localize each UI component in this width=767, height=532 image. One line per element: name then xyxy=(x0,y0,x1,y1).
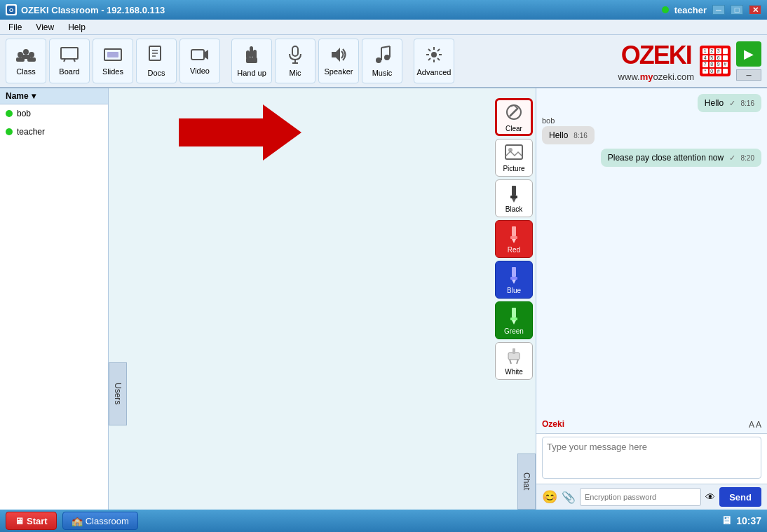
toolbar-docs[interactable]: Docs xyxy=(136,39,177,83)
slides-icon xyxy=(103,46,123,66)
svg-line-61 xyxy=(517,360,518,364)
play-button[interactable]: ▶ xyxy=(736,41,761,67)
user-item-bob[interactable]: bob xyxy=(0,104,108,123)
toolbar-slides[interactable]: Slides xyxy=(93,39,133,83)
chat-textarea[interactable] xyxy=(542,437,761,479)
svg-line-43 xyxy=(510,108,518,116)
user-online-dot-bob xyxy=(6,110,13,117)
chat-tab-label: Chat xyxy=(522,472,531,490)
user-item-teacher[interactable]: teacher xyxy=(0,123,108,141)
emoji-button[interactable]: 😊 xyxy=(542,489,557,505)
start-icon: 🖥 xyxy=(15,516,24,526)
white-label: White xyxy=(505,368,523,376)
green-label: Green xyxy=(504,327,524,335)
grid-cell-7: 6 xyxy=(716,55,721,61)
board-area[interactable]: Clear Picture Black Red xyxy=(109,88,536,510)
send-button[interactable]: Send xyxy=(719,487,761,507)
start-label: Start xyxy=(27,516,48,526)
black-button[interactable]: Black xyxy=(495,179,533,217)
attachment-button[interactable]: 📎 xyxy=(562,491,576,504)
status-bar: 🖥 Start 🏫 Classroom 🖥 10:37 xyxy=(0,510,767,532)
menu-file[interactable]: File xyxy=(3,21,27,34)
board-icon xyxy=(60,46,79,66)
svg-rect-19 xyxy=(250,46,253,57)
user-name-bob: bob xyxy=(17,109,31,118)
msg-sent-attention: Please pay close attention now ✓ 8:20 xyxy=(542,149,761,167)
clear-button[interactable]: Clear xyxy=(495,98,533,136)
grid-cell-4 xyxy=(723,48,728,54)
toolbar-advanced[interactable]: Advanced xyxy=(414,39,454,83)
menu-view[interactable]: View xyxy=(30,21,60,34)
title-bar-right: teacher ─ □ ✕ xyxy=(662,5,761,15)
toolbar-class[interactable]: Class xyxy=(6,39,46,83)
svg-marker-51 xyxy=(512,239,516,243)
toolbar-mic-label: Mic xyxy=(289,69,301,77)
svg-line-31 xyxy=(381,46,390,48)
chat-panel: Hello ✓ 8:16 bob Hello 8:16 xyxy=(536,88,767,510)
msg-check-icon-2: ✓ xyxy=(729,154,735,162)
blue-icon xyxy=(506,266,522,285)
green-icon xyxy=(506,306,522,326)
toolbar-board[interactable]: Board xyxy=(49,39,90,83)
msg-row-3: Please pay close attention now ✓ 8:20 xyxy=(608,153,754,163)
toolbar-mic[interactable]: Mic xyxy=(275,39,315,83)
svg-rect-23 xyxy=(292,46,298,56)
msg-time: 8:16 xyxy=(741,100,754,107)
toolbar-speaker[interactable]: Speaker xyxy=(318,39,359,83)
grid-icon: 1 2 3 4 5 6 7 8 9 # * 0 # xyxy=(700,46,731,76)
toolbar-music[interactable]: Music xyxy=(362,39,402,83)
toolbar-video[interactable]: Video xyxy=(179,39,220,83)
svg-rect-7 xyxy=(22,55,30,59)
toolbar-handup[interactable]: Hand up xyxy=(231,39,272,83)
grid-cell-3: 3 xyxy=(716,48,721,54)
blue-button[interactable]: Blue xyxy=(495,261,533,299)
chat-tab[interactable]: Chat xyxy=(517,453,536,510)
black-label: Black xyxy=(505,205,522,213)
svg-rect-53 xyxy=(510,277,517,280)
chat-bottom-bar: 😊 📎 👁 Send xyxy=(536,484,767,510)
app-icon: O xyxy=(6,4,17,15)
main-area: Name ▾ bob teacher Clear xyxy=(0,88,767,510)
grid-cell-9: 7 xyxy=(702,62,708,67)
users-tab[interactable]: Users xyxy=(109,362,127,425)
white-icon xyxy=(505,347,522,367)
svg-rect-56 xyxy=(510,318,517,320)
menu-bar: File View Help xyxy=(0,20,767,35)
msg-sent-hello: Hello ✓ 8:16 xyxy=(542,94,761,112)
menu-help[interactable]: Help xyxy=(62,21,91,34)
white-button[interactable]: White xyxy=(495,342,533,380)
show-password-button[interactable]: 👁 xyxy=(705,491,715,503)
close-button[interactable]: ✕ xyxy=(749,5,761,15)
svg-line-38 xyxy=(437,58,440,60)
arrow-indicator xyxy=(179,101,305,173)
msg-bubble-sent-hello: Hello ✓ 8:16 xyxy=(698,94,761,112)
grid-cell-12: # xyxy=(723,62,728,67)
svg-marker-57 xyxy=(512,320,516,325)
name-column-label: Name xyxy=(6,91,29,101)
maximize-button[interactable]: □ xyxy=(731,5,743,15)
msg-received-hello: bob Hello 8:16 xyxy=(542,116,761,144)
start-button[interactable]: 🖥 Start xyxy=(6,512,57,530)
clear-icon xyxy=(504,102,524,123)
classroom-button[interactable]: 🏫 Classroom xyxy=(62,512,138,530)
minimize-logo-button[interactable]: ─ xyxy=(736,69,761,81)
svg-marker-48 xyxy=(512,198,516,203)
grid-cell-15: # xyxy=(716,69,721,74)
encryption-password-input[interactable] xyxy=(580,488,701,506)
msg-text: Hello xyxy=(705,98,724,108)
svg-point-32 xyxy=(431,52,437,57)
svg-line-37 xyxy=(428,49,430,51)
time-display: 🖥 10:37 xyxy=(721,514,761,527)
svg-rect-46 xyxy=(512,186,516,196)
red-button[interactable]: Red xyxy=(495,220,533,258)
green-button[interactable]: Green xyxy=(495,301,533,339)
msg-bubble-received: Hello 8:16 xyxy=(542,126,595,144)
user-online-dot-teacher xyxy=(6,128,13,135)
svg-line-39 xyxy=(437,49,440,51)
minimize-button[interactable]: ─ xyxy=(712,5,725,15)
chat-input-area: 😊 📎 👁 Send xyxy=(536,433,767,510)
red-label: Red xyxy=(508,246,520,254)
picture-button[interactable]: Picture xyxy=(495,139,533,177)
chat-messages: Hello ✓ 8:16 bob Hello 8:16 xyxy=(536,88,767,416)
msg-sender-bob: bob xyxy=(542,116,555,125)
